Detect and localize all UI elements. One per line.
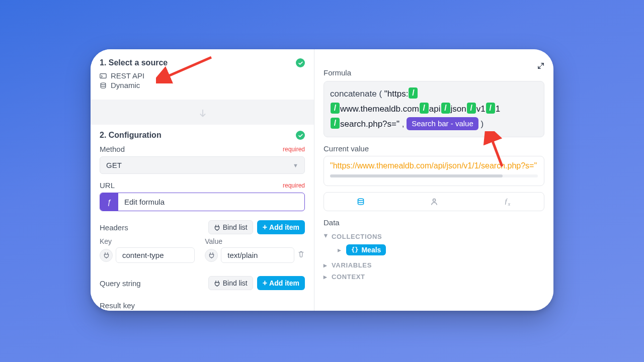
tree-variables-label: VARIABLES [332, 261, 372, 269]
plus-icon: + [263, 280, 267, 287]
tree-collections[interactable]: ▸ COLLECTIONS [324, 231, 544, 242]
add-item-button[interactable]: + Add item [257, 276, 305, 290]
section-source-title: 1. Select a source [100, 58, 168, 67]
tree-item-meals[interactable]: ▸ {} Meals [324, 242, 544, 257]
headers-value-label: Value [205, 237, 305, 245]
bind-list-label: Bind list [223, 279, 248, 287]
bind-list-label: Bind list [223, 223, 248, 231]
svg-point-2 [358, 199, 363, 201]
current-value-box: "https://www.themealdb.com/api/json/v1/1… [324, 156, 544, 186]
slash-chip: / [467, 103, 476, 114]
slash-chip: / [409, 87, 418, 99]
plug-icon [103, 252, 110, 258]
url-formula-text: Edit formula [118, 193, 304, 211]
svg-point-1 [101, 82, 106, 84]
plug-icon [214, 224, 220, 231]
bind-toggle[interactable] [100, 249, 113, 262]
user-icon [430, 198, 438, 206]
required-badge: required [283, 182, 305, 189]
add-item-label: Add item [269, 279, 299, 287]
tab-data[interactable] [324, 193, 397, 211]
add-item-button[interactable]: + Add item [257, 220, 305, 234]
check-icon [296, 58, 305, 67]
slash-chip: / [441, 103, 450, 114]
caret-icon: ▸ [338, 246, 341, 254]
plus-icon: + [263, 224, 267, 231]
bind-list-button[interactable]: Bind list [208, 276, 253, 290]
current-value-label: Current value [324, 144, 544, 153]
add-item-label: Add item [269, 223, 299, 231]
caret-icon: ▸ [323, 234, 330, 239]
query-label: Query string [100, 279, 204, 288]
scrollbar[interactable] [330, 174, 538, 177]
required-badge: required [283, 146, 305, 153]
slash-chip: / [486, 103, 495, 114]
section-config-title: 2. Configuration [100, 131, 162, 140]
source-rest-api[interactable]: REST API [100, 71, 305, 80]
flow-arrow-icon [91, 112, 314, 125]
tree-context-label: CONTEXT [332, 273, 365, 281]
bind-list-button[interactable]: Bind list [208, 220, 253, 234]
caret-icon: ▸ [324, 273, 329, 281]
headers-label: Headers [100, 223, 204, 232]
header-value-input[interactable]: text/plain [221, 247, 294, 263]
right-tabs: ƒx [324, 192, 544, 211]
variable-chip[interactable]: Search bar - value [407, 117, 478, 130]
caret-icon: ▸ [324, 261, 329, 269]
formula-editor[interactable]: concatenate ( "https:/ /www.themealdb.co… [324, 81, 544, 137]
tree-meals-label: Meals [361, 246, 381, 254]
source-dynamic-label: Dynamic [111, 81, 140, 89]
data-label: Data [314, 211, 553, 231]
rest-api-icon [100, 72, 107, 79]
database-icon [357, 198, 365, 206]
method-label: Method [100, 145, 125, 153]
fx-icon: ƒ [100, 193, 118, 211]
trash-icon [297, 250, 305, 258]
header-key-input[interactable]: content-type [116, 247, 195, 263]
tree-collections-label: COLLECTIONS [332, 233, 382, 240]
formula-label: Formula [324, 68, 544, 77]
tree-context[interactable]: ▸ CONTEXT [324, 271, 544, 283]
fx-icon: ƒx [504, 197, 510, 205]
bind-toggle[interactable] [205, 249, 218, 262]
slash-chip: / [420, 103, 429, 114]
current-value-text: "https://www.themealdb.com/api/json/v1/1… [330, 161, 538, 170]
method-value: GET [106, 161, 122, 169]
check-icon [296, 131, 305, 140]
plug-icon [214, 280, 220, 287]
svg-point-3 [433, 199, 435, 201]
tab-fx[interactable]: ƒx [470, 193, 544, 211]
tab-user[interactable] [397, 193, 471, 211]
method-select[interactable]: GET ▼ [100, 156, 305, 174]
expand-icon [537, 62, 544, 69]
url-label: URL [100, 181, 115, 190]
plug-icon [208, 252, 215, 258]
result-key-label: Result key [100, 301, 305, 310]
source-rest-api-label: REST API [111, 71, 144, 80]
braces-icon: {} [351, 246, 358, 253]
slash-chip: / [331, 118, 340, 129]
delete-row-button[interactable] [297, 250, 305, 260]
url-formula-input[interactable]: ƒ Edit formula [100, 193, 305, 211]
caret-down-icon: ▼ [293, 162, 298, 168]
expand-button[interactable] [537, 62, 544, 71]
slash-chip: / [331, 103, 340, 114]
headers-key-label: Key [100, 237, 195, 245]
source-dynamic[interactable]: Dynamic [100, 81, 305, 89]
tree-variables[interactable]: ▸ VARIABLES [324, 259, 544, 271]
svg-rect-0 [100, 73, 106, 78]
database-icon [100, 82, 107, 89]
fn-name: concatenate [330, 89, 377, 99]
